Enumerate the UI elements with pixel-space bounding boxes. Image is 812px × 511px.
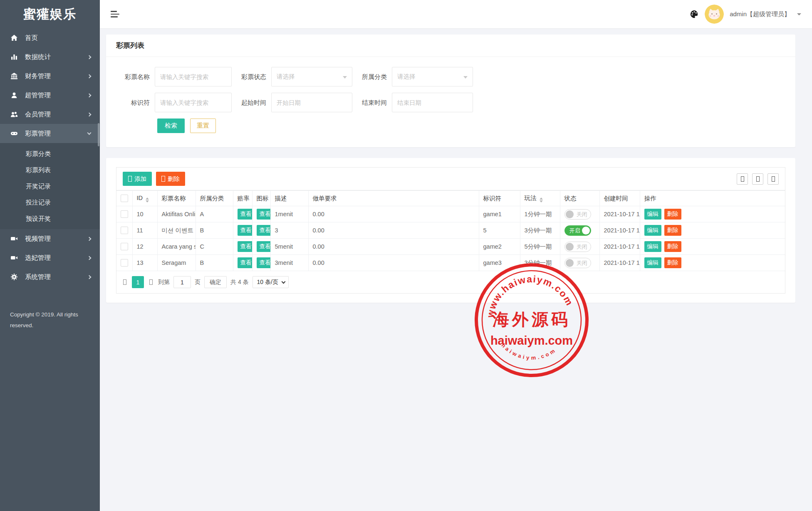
view-odds-button[interactable]: 查看 — [238, 225, 253, 236]
sidebar-item-lottery-category[interactable]: 彩票分类 — [0, 146, 100, 162]
lottery-status-select[interactable]: 请选择 — [271, 67, 352, 86]
row-delete-button[interactable]: 删除 — [664, 257, 681, 268]
user-menu[interactable]: admin【超级管理员】 — [730, 10, 790, 18]
total-count-label: 共 4 条 — [230, 279, 249, 286]
edit-button[interactable]: 编辑 — [644, 209, 661, 220]
chevron-right-icon — [87, 93, 92, 97]
avatar[interactable] — [705, 5, 724, 24]
row-checkbox[interactable] — [121, 227, 128, 234]
column-header-name: 彩票名称 — [157, 191, 196, 206]
sidebar-item-lottery[interactable]: 彩票管理 — [0, 124, 100, 143]
add-icon — [128, 176, 132, 182]
delete-button[interactable]: 删除 — [156, 172, 185, 186]
sidebar-item-members[interactable]: 会员管理 — [0, 105, 100, 124]
start-time-label: 起始时间 — [233, 93, 271, 112]
next-page-button[interactable] — [148, 279, 154, 285]
sort-icon[interactable] — [146, 197, 149, 202]
select-all-checkbox[interactable] — [121, 195, 128, 202]
goto-confirm-button[interactable]: 确定 — [204, 276, 227, 288]
status-toggle[interactable]: 关闭 — [564, 242, 591, 252]
cell-requirement: 0.00 — [308, 239, 479, 255]
column-header-desc: 描述 — [270, 191, 308, 206]
sidebar-item-label: 系统管理 — [25, 273, 51, 281]
table-row: 13 Seragam B 查看 查看 3menit 0.00 game3 3分钟… — [116, 255, 785, 271]
search-button[interactable]: 检索 — [157, 118, 185, 133]
cell-id: 13 — [132, 255, 157, 271]
copyright-text: Copyright © 2019. All rights reserved. — [0, 309, 100, 331]
sidebar-item-superadmin[interactable]: 超管管理 — [0, 86, 100, 105]
edit-button[interactable]: 编辑 — [644, 257, 661, 268]
column-header-category: 所属分类 — [196, 191, 233, 206]
cell-identifier: game1 — [479, 206, 520, 222]
category-select[interactable]: 请选择 — [392, 67, 473, 86]
column-header-requirement: 做单要求 — [308, 191, 479, 206]
chevron-down-icon — [797, 13, 801, 15]
view-odds-button[interactable]: 查看 — [238, 257, 253, 268]
sidebar: 蜜獾娱乐 首页 数据统计 财务管理 超管管理 会员管理 彩票管理 — [0, 0, 100, 511]
view-odds-button[interactable]: 查看 — [238, 209, 253, 220]
view-icon-button[interactable]: 查看 — [257, 209, 271, 220]
sidebar-item-finance[interactable]: 财务管理 — [0, 67, 100, 86]
sidebar-nav: 首页 数据统计 财务管理 超管管理 会员管理 彩票管理 彩票分类 — [0, 28, 100, 286]
sidebar-item-statistics[interactable]: 数据统计 — [0, 47, 100, 67]
current-page-button[interactable]: 1 — [132, 276, 144, 288]
placeholder-icon — [123, 279, 126, 285]
sidebar-item-lottery-list[interactable]: 彩票列表 — [0, 162, 100, 178]
lottery-name-input[interactable] — [155, 67, 232, 86]
table-toolbar: 添加 删除 — [116, 168, 785, 190]
status-toggle[interactable]: 关闭 — [564, 209, 591, 220]
app-logo: 蜜獾娱乐 — [0, 0, 100, 28]
edit-button[interactable]: 编辑 — [644, 241, 661, 252]
sidebar-item-label: 财务管理 — [25, 72, 51, 81]
sidebar-item-video[interactable]: 视频管理 — [0, 229, 100, 248]
status-toggle[interactable]: 开启 — [564, 225, 591, 236]
main-area: admin【超级管理员】 彩票列表 彩票名称 彩票状态 请选择 — [100, 0, 812, 511]
view-odds-button[interactable]: 查看 — [238, 241, 253, 252]
sidebar-item-system[interactable]: 系统管理 — [0, 267, 100, 286]
row-checkbox[interactable] — [121, 243, 128, 250]
row-checkbox[interactable] — [121, 210, 128, 218]
identifier-input[interactable] — [155, 93, 232, 112]
select-placeholder: 请选择 — [397, 73, 416, 80]
page-size-select[interactable]: 10 条/页 — [253, 276, 289, 288]
sidebar-item-bet-records[interactable]: 投注记录 — [0, 194, 100, 210]
view-icon-button[interactable]: 查看 — [257, 257, 271, 268]
users-icon — [10, 111, 18, 118]
goto-page-input[interactable] — [173, 276, 191, 288]
sort-icon[interactable] — [540, 197, 543, 202]
row-delete-button[interactable]: 删除 — [664, 225, 681, 236]
sidebar-item-preset-draw[interactable]: 预设开奖 — [0, 210, 100, 227]
dropdown-arrow-icon — [343, 76, 347, 79]
row-delete-button[interactable]: 删除 — [664, 209, 681, 220]
cell-created: 2021-10-17 18:20 — [599, 222, 640, 239]
table-tool-filter-button[interactable] — [737, 173, 748, 185]
table-tool-export-button[interactable] — [752, 173, 763, 185]
column-header-id: ID — [137, 195, 143, 201]
sidebar-item-concubine[interactable]: 选妃管理 — [0, 248, 100, 267]
sidebar-item-draw-records[interactable]: 开奖记录 — [0, 178, 100, 194]
sidebar-scrollbar[interactable] — [98, 123, 99, 146]
sidebar-item-label: 视频管理 — [25, 235, 51, 243]
add-button[interactable]: 添加 — [123, 172, 152, 186]
menu-toggle-button[interactable] — [111, 11, 119, 17]
row-delete-button[interactable]: 删除 — [664, 241, 681, 252]
status-toggle[interactable]: 关闭 — [564, 258, 591, 268]
video-camera-icon — [10, 235, 18, 242]
prev-page-button[interactable] — [121, 279, 128, 285]
view-icon-button[interactable]: 查看 — [257, 225, 271, 236]
table-tool-print-button[interactable] — [767, 173, 779, 185]
gear-icon — [10, 273, 18, 281]
cell-created: 2021-10-17 18:21 — [599, 239, 640, 255]
reset-button[interactable]: 重置 — [190, 118, 216, 133]
sidebar-item-label: 超管管理 — [25, 91, 51, 100]
view-icon-button[interactable]: 查看 — [257, 241, 271, 252]
end-date-input[interactable] — [392, 93, 473, 112]
theme-palette-icon[interactable] — [690, 10, 699, 19]
sidebar-item-home[interactable]: 首页 — [0, 28, 100, 47]
edit-button[interactable]: 编辑 — [644, 225, 661, 236]
row-checkbox[interactable] — [121, 259, 128, 267]
start-date-input[interactable] — [271, 93, 352, 112]
delete-button-label: 删除 — [168, 175, 180, 183]
page-unit-label: 页 — [195, 279, 201, 286]
chevron-right-icon — [87, 256, 92, 260]
